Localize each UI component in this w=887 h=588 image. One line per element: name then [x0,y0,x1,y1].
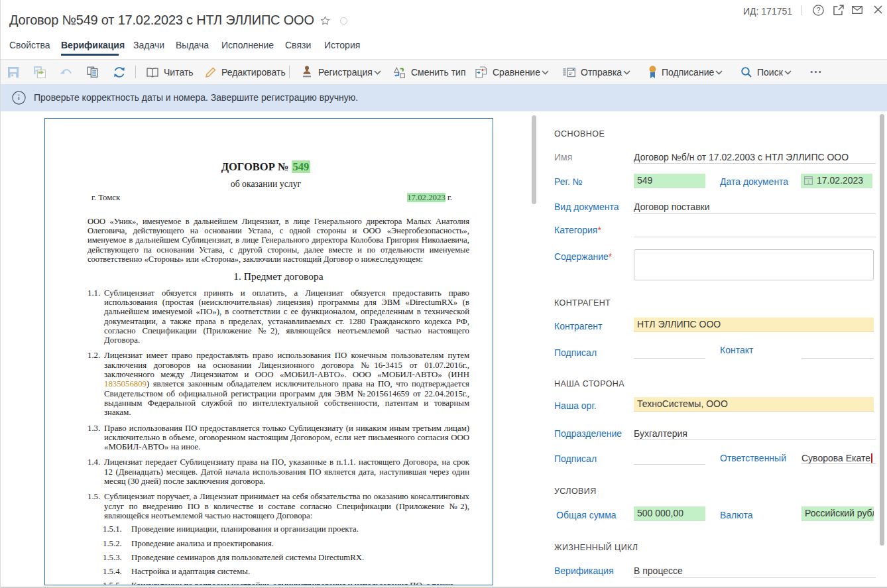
svg-text:1: 1 [807,179,809,185]
svg-text:?: ? [816,6,820,14]
